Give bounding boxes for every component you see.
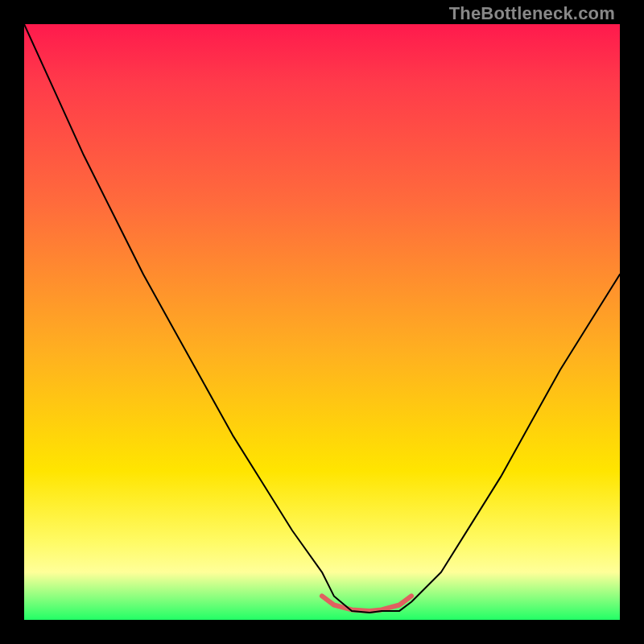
stage: TheBottleneck.com [0,0,644,644]
source-watermark: TheBottleneck.com [449,3,615,24]
plot-gradient [24,24,620,620]
